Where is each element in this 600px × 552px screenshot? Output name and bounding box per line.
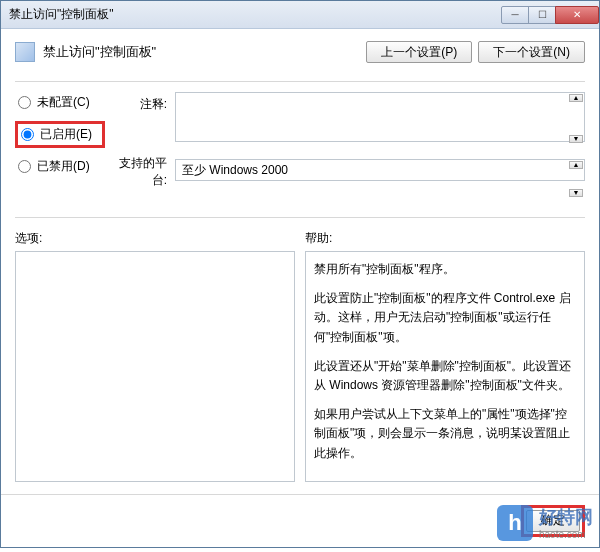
radio-enabled-label: 已启用(E) [40,126,92,143]
platform-scroll-down[interactable]: ▼ [569,189,583,197]
maximize-button[interactable]: ☐ [528,6,556,24]
watermark-name: 好特网 [539,507,593,527]
lower-section: 选项: 帮助: 禁用所有"控制面板"程序。 此设置防止"控制面板"的程序文件 C… [15,230,585,482]
next-setting-button[interactable]: 下一个设置(N) [478,41,585,63]
dialog-window: 禁止访问"控制面板" ─ ☐ ✕ 禁止访问"控制面板" 上一个设置(P) 下一个… [0,0,600,548]
radio-disabled-input[interactable] [18,160,31,173]
radio-not-configured[interactable]: 未配置(C) [15,92,105,113]
radio-group: 未配置(C) 已启用(E) 已禁用(D) [15,92,105,185]
help-label: 帮助: [305,230,585,247]
comment-scroll-up[interactable]: ▲ [569,94,583,102]
radio-disabled[interactable]: 已禁用(D) [15,156,105,177]
platform-scroll-up[interactable]: ▲ [569,161,583,169]
radio-enabled[interactable]: 已启用(E) [15,121,105,148]
divider-2 [15,217,585,218]
platform-field: 至少 Windows 2000 [175,159,585,181]
policy-title: 禁止访问"控制面板" [43,43,156,61]
window-title: 禁止访问"控制面板" [9,6,114,23]
titlebar: 禁止访问"控制面板" ─ ☐ ✕ [1,1,599,29]
help-paragraph: 此设置还从"开始"菜单删除"控制面板"。此设置还从 Windows 资源管理器删… [314,357,576,395]
platform-value: 至少 Windows 2000 [182,162,288,179]
options-label: 选项: [15,230,295,247]
policy-icon [15,42,35,62]
footer: 确定 h 好特网 haote.com [1,494,599,547]
options-panel [15,251,295,482]
watermark: h 好特网 haote.com [497,505,593,541]
radio-not-configured-input[interactable] [18,96,31,109]
watermark-url: haote.com [539,529,593,540]
help-paragraph: 此设置防止"控制面板"的程序文件 Control.exe 启动。这样，用户无法启… [314,289,576,347]
config-row: 未配置(C) 已启用(E) 已禁用(D) 注释: ▲ [15,92,585,189]
previous-setting-button[interactable]: 上一个设置(P) [366,41,472,63]
help-panel: 禁用所有"控制面板"程序。 此设置防止"控制面板"的程序文件 Control.e… [305,251,585,482]
platform-label: 支持的平台: [105,151,175,189]
radio-not-configured-label: 未配置(C) [37,94,90,111]
divider [15,81,585,82]
radio-enabled-input[interactable] [21,128,34,141]
close-button[interactable]: ✕ [555,6,599,24]
window-controls: ─ ☐ ✕ [502,6,599,24]
minimize-button[interactable]: ─ [501,6,529,24]
comment-scroll-down[interactable]: ▼ [569,135,583,143]
watermark-logo-icon: h [497,505,533,541]
content-area: 禁止访问"控制面板" 上一个设置(P) 下一个设置(N) 未配置(C) 已启用(… [1,29,599,494]
comment-label: 注释: [105,92,175,113]
help-paragraph: 如果用户尝试从上下文菜单上的"属性"项选择"控制面板"项，则会显示一条消息，说明… [314,405,576,463]
header-row: 禁止访问"控制面板" 上一个设置(P) 下一个设置(N) [15,41,585,73]
radio-disabled-label: 已禁用(D) [37,158,90,175]
help-paragraph: 禁用所有"控制面板"程序。 [314,260,576,279]
comment-textarea[interactable] [175,92,585,142]
